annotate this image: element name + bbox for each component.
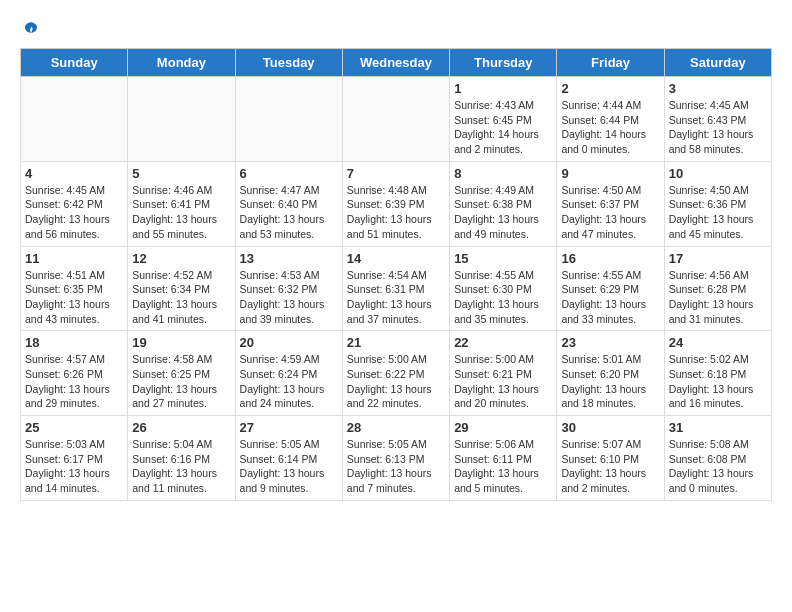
day-number: 12	[132, 251, 230, 266]
day-of-week-header: Friday	[557, 49, 664, 77]
day-info: Sunrise: 5:03 AMSunset: 6:17 PMDaylight:…	[25, 437, 123, 496]
day-number: 3	[669, 81, 767, 96]
calendar-cell	[128, 77, 235, 162]
calendar-cell: 2Sunrise: 4:44 AMSunset: 6:44 PMDaylight…	[557, 77, 664, 162]
calendar-cell: 19Sunrise: 4:58 AMSunset: 6:25 PMDayligh…	[128, 331, 235, 416]
page-header	[20, 20, 772, 38]
day-info: Sunrise: 4:51 AMSunset: 6:35 PMDaylight:…	[25, 268, 123, 327]
day-info: Sunrise: 4:52 AMSunset: 6:34 PMDaylight:…	[132, 268, 230, 327]
day-number: 1	[454, 81, 552, 96]
calendar-cell: 13Sunrise: 4:53 AMSunset: 6:32 PMDayligh…	[235, 246, 342, 331]
day-of-week-header: Tuesday	[235, 49, 342, 77]
calendar-cell: 18Sunrise: 4:57 AMSunset: 6:26 PMDayligh…	[21, 331, 128, 416]
calendar-cell: 14Sunrise: 4:54 AMSunset: 6:31 PMDayligh…	[342, 246, 449, 331]
day-info: Sunrise: 4:59 AMSunset: 6:24 PMDaylight:…	[240, 352, 338, 411]
calendar-body: 1Sunrise: 4:43 AMSunset: 6:45 PMDaylight…	[21, 77, 772, 501]
calendar-cell: 31Sunrise: 5:08 AMSunset: 6:08 PMDayligh…	[664, 416, 771, 501]
calendar-cell: 12Sunrise: 4:52 AMSunset: 6:34 PMDayligh…	[128, 246, 235, 331]
calendar-week-row: 11Sunrise: 4:51 AMSunset: 6:35 PMDayligh…	[21, 246, 772, 331]
day-number: 20	[240, 335, 338, 350]
calendar-cell: 7Sunrise: 4:48 AMSunset: 6:39 PMDaylight…	[342, 161, 449, 246]
day-number: 22	[454, 335, 552, 350]
day-of-week-header: Wednesday	[342, 49, 449, 77]
day-info: Sunrise: 5:02 AMSunset: 6:18 PMDaylight:…	[669, 352, 767, 411]
day-info: Sunrise: 4:56 AMSunset: 6:28 PMDaylight:…	[669, 268, 767, 327]
calendar-cell: 21Sunrise: 5:00 AMSunset: 6:22 PMDayligh…	[342, 331, 449, 416]
day-number: 30	[561, 420, 659, 435]
calendar-cell: 8Sunrise: 4:49 AMSunset: 6:38 PMDaylight…	[450, 161, 557, 246]
calendar-cell: 10Sunrise: 4:50 AMSunset: 6:36 PMDayligh…	[664, 161, 771, 246]
day-number: 6	[240, 166, 338, 181]
day-number: 13	[240, 251, 338, 266]
day-number: 21	[347, 335, 445, 350]
calendar-cell: 24Sunrise: 5:02 AMSunset: 6:18 PMDayligh…	[664, 331, 771, 416]
days-of-week-row: SundayMondayTuesdayWednesdayThursdayFrid…	[21, 49, 772, 77]
day-info: Sunrise: 4:50 AMSunset: 6:36 PMDaylight:…	[669, 183, 767, 242]
calendar-cell: 26Sunrise: 5:04 AMSunset: 6:16 PMDayligh…	[128, 416, 235, 501]
day-info: Sunrise: 4:45 AMSunset: 6:43 PMDaylight:…	[669, 98, 767, 157]
day-number: 8	[454, 166, 552, 181]
logo	[20, 20, 42, 38]
day-info: Sunrise: 5:05 AMSunset: 6:14 PMDaylight:…	[240, 437, 338, 496]
day-number: 24	[669, 335, 767, 350]
calendar-cell: 28Sunrise: 5:05 AMSunset: 6:13 PMDayligh…	[342, 416, 449, 501]
day-info: Sunrise: 4:58 AMSunset: 6:25 PMDaylight:…	[132, 352, 230, 411]
day-number: 27	[240, 420, 338, 435]
calendar-cell: 3Sunrise: 4:45 AMSunset: 6:43 PMDaylight…	[664, 77, 771, 162]
day-info: Sunrise: 4:43 AMSunset: 6:45 PMDaylight:…	[454, 98, 552, 157]
day-number: 25	[25, 420, 123, 435]
day-number: 9	[561, 166, 659, 181]
day-info: Sunrise: 4:57 AMSunset: 6:26 PMDaylight:…	[25, 352, 123, 411]
day-number: 16	[561, 251, 659, 266]
day-number: 23	[561, 335, 659, 350]
day-of-week-header: Thursday	[450, 49, 557, 77]
calendar-week-row: 4Sunrise: 4:45 AMSunset: 6:42 PMDaylight…	[21, 161, 772, 246]
calendar-header: SundayMondayTuesdayWednesdayThursdayFrid…	[21, 49, 772, 77]
calendar-cell: 23Sunrise: 5:01 AMSunset: 6:20 PMDayligh…	[557, 331, 664, 416]
day-number: 17	[669, 251, 767, 266]
day-number: 11	[25, 251, 123, 266]
calendar-cell: 17Sunrise: 4:56 AMSunset: 6:28 PMDayligh…	[664, 246, 771, 331]
calendar-week-row: 18Sunrise: 4:57 AMSunset: 6:26 PMDayligh…	[21, 331, 772, 416]
calendar-cell: 22Sunrise: 5:00 AMSunset: 6:21 PMDayligh…	[450, 331, 557, 416]
day-number: 15	[454, 251, 552, 266]
calendar-cell: 4Sunrise: 4:45 AMSunset: 6:42 PMDaylight…	[21, 161, 128, 246]
day-info: Sunrise: 5:00 AMSunset: 6:21 PMDaylight:…	[454, 352, 552, 411]
calendar-cell: 16Sunrise: 4:55 AMSunset: 6:29 PMDayligh…	[557, 246, 664, 331]
day-info: Sunrise: 5:05 AMSunset: 6:13 PMDaylight:…	[347, 437, 445, 496]
calendar-cell: 29Sunrise: 5:06 AMSunset: 6:11 PMDayligh…	[450, 416, 557, 501]
day-number: 2	[561, 81, 659, 96]
day-number: 28	[347, 420, 445, 435]
calendar-cell: 1Sunrise: 4:43 AMSunset: 6:45 PMDaylight…	[450, 77, 557, 162]
day-info: Sunrise: 5:06 AMSunset: 6:11 PMDaylight:…	[454, 437, 552, 496]
calendar-cell: 11Sunrise: 4:51 AMSunset: 6:35 PMDayligh…	[21, 246, 128, 331]
calendar-cell: 6Sunrise: 4:47 AMSunset: 6:40 PMDaylight…	[235, 161, 342, 246]
day-info: Sunrise: 5:04 AMSunset: 6:16 PMDaylight:…	[132, 437, 230, 496]
calendar-cell	[235, 77, 342, 162]
day-info: Sunrise: 4:49 AMSunset: 6:38 PMDaylight:…	[454, 183, 552, 242]
day-number: 10	[669, 166, 767, 181]
calendar-table: SundayMondayTuesdayWednesdayThursdayFrid…	[20, 48, 772, 501]
day-of-week-header: Saturday	[664, 49, 771, 77]
day-number: 29	[454, 420, 552, 435]
day-number: 4	[25, 166, 123, 181]
day-info: Sunrise: 4:45 AMSunset: 6:42 PMDaylight:…	[25, 183, 123, 242]
day-info: Sunrise: 4:54 AMSunset: 6:31 PMDaylight:…	[347, 268, 445, 327]
day-number: 18	[25, 335, 123, 350]
day-info: Sunrise: 5:01 AMSunset: 6:20 PMDaylight:…	[561, 352, 659, 411]
day-number: 26	[132, 420, 230, 435]
day-info: Sunrise: 5:07 AMSunset: 6:10 PMDaylight:…	[561, 437, 659, 496]
day-of-week-header: Sunday	[21, 49, 128, 77]
calendar-cell: 15Sunrise: 4:55 AMSunset: 6:30 PMDayligh…	[450, 246, 557, 331]
day-of-week-header: Monday	[128, 49, 235, 77]
day-number: 19	[132, 335, 230, 350]
day-info: Sunrise: 4:46 AMSunset: 6:41 PMDaylight:…	[132, 183, 230, 242]
day-info: Sunrise: 4:44 AMSunset: 6:44 PMDaylight:…	[561, 98, 659, 157]
day-info: Sunrise: 5:00 AMSunset: 6:22 PMDaylight:…	[347, 352, 445, 411]
calendar-week-row: 25Sunrise: 5:03 AMSunset: 6:17 PMDayligh…	[21, 416, 772, 501]
logo-bird-icon	[22, 20, 40, 38]
day-info: Sunrise: 4:48 AMSunset: 6:39 PMDaylight:…	[347, 183, 445, 242]
calendar-cell: 27Sunrise: 5:05 AMSunset: 6:14 PMDayligh…	[235, 416, 342, 501]
day-info: Sunrise: 4:55 AMSunset: 6:30 PMDaylight:…	[454, 268, 552, 327]
day-info: Sunrise: 4:53 AMSunset: 6:32 PMDaylight:…	[240, 268, 338, 327]
